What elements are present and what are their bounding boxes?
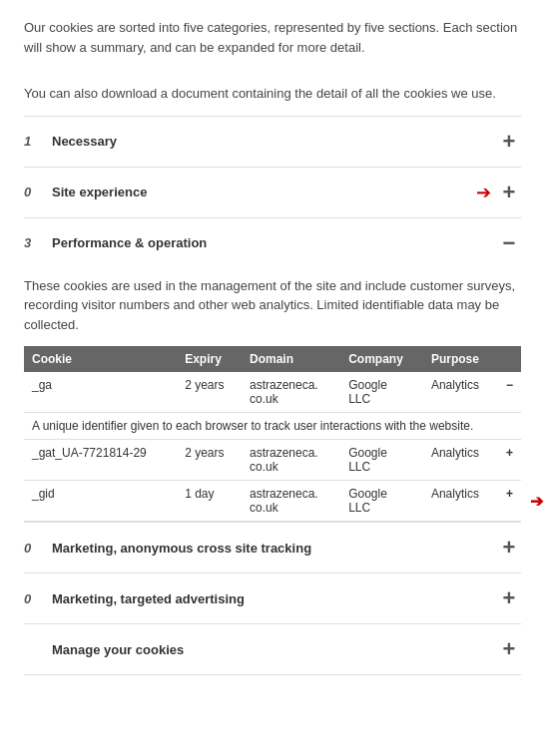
col-purpose: Purpose	[423, 346, 498, 372]
section-marketing-targeted[interactable]: 0 Marketing, targeted advertising +	[24, 572, 521, 623]
cookie-name-gat: _gat_UA-7721814-29	[24, 440, 177, 481]
section-necessary[interactable]: 1 Necessary +	[24, 116, 521, 167]
section-number-marketing-targeted: 0	[24, 591, 52, 606]
section-site-experience[interactable]: 0 Site experience ➔ +	[24, 167, 521, 217]
cookie-purpose-gat: Analytics	[423, 440, 498, 481]
section-number-site-experience: 0	[24, 185, 52, 199]
expand-btn-ga[interactable]: −	[498, 372, 521, 413]
section-number-necessary: 1	[24, 134, 52, 149]
col-expand-header	[498, 346, 521, 372]
cookie-expiry-gid: 1 day	[177, 481, 242, 522]
table-row: _gid 1 day astrazeneca.co.uk GoogleLLC A…	[24, 481, 521, 522]
cookie-name-gid: _gid	[24, 481, 177, 522]
expand-btn-gat[interactable]: +	[498, 440, 521, 481]
col-cookie: Cookie	[24, 346, 177, 372]
cookie-expiry-ga: 2 years	[177, 372, 242, 413]
col-company: Company	[340, 346, 423, 372]
section-label-performance: Performance & operation	[52, 235, 497, 250]
cookie-company-gid: GoogleLLC	[340, 481, 423, 522]
section-label-manage: Manage your cookies	[52, 642, 497, 657]
red-arrow-gid: ➔	[530, 492, 543, 511]
section-label-site-experience: Site experience	[52, 185, 476, 199]
section-label-marketing-cross: Marketing, anonymous cross site tracking	[52, 541, 497, 556]
col-expiry: Expiry	[177, 346, 242, 372]
cookie-expiry-gat: 2 years	[177, 440, 242, 481]
expand-icon-marketing-targeted: +	[497, 587, 521, 609]
section-number-marketing-cross: 0	[24, 541, 52, 556]
intro-para1: Our cookies are sorted into five categor…	[24, 18, 521, 57]
section-performance[interactable]: 3 Performance & operation −	[24, 217, 521, 268]
table-row: _ga 2 years astrazeneca.co.uk GoogleLLC …	[24, 372, 521, 413]
cookie-domain-gat: astrazeneca.co.uk	[242, 440, 340, 481]
expand-btn-gid[interactable]: + ➔	[498, 481, 521, 522]
cookie-company-ga: GoogleLLC	[340, 372, 423, 413]
detail-row-ga: A unique identifier given to each browse…	[24, 413, 521, 440]
section-label-marketing-targeted: Marketing, targeted advertising	[52, 591, 497, 606]
section-manage-cookies[interactable]: Manage your cookies +	[24, 623, 521, 675]
detail-text-ga: A unique identifier given to each browse…	[24, 413, 521, 440]
col-domain: Domain	[242, 346, 340, 372]
expand-icon-marketing-cross: +	[497, 537, 521, 559]
section-marketing-cross[interactable]: 0 Marketing, anonymous cross site tracki…	[24, 522, 521, 572]
performance-description: These cookies are used in the management…	[24, 276, 521, 335]
cookie-domain-gid: astrazeneca.co.uk	[242, 481, 340, 522]
expand-icon-performance: −	[497, 232, 521, 254]
cookie-table: Cookie Expiry Domain Company Purpose _ga…	[24, 346, 521, 522]
intro-para2: You can also download a document contain…	[24, 84, 521, 104]
cookie-purpose-ga: Analytics	[423, 372, 498, 413]
cookie-name-ga: _ga	[24, 372, 177, 413]
expand-icon-site-experience: +	[497, 182, 521, 203]
section-label-necessary: Necessary	[52, 134, 497, 149]
red-arrow-site-experience: ➔	[476, 182, 491, 203]
table-row: _gat_UA-7721814-29 2 years astrazeneca.c…	[24, 440, 521, 481]
expand-icon-manage: +	[497, 638, 521, 660]
cookie-company-gat: GoogleLLC	[340, 440, 423, 481]
cookie-domain-ga: astrazeneca.co.uk	[242, 372, 340, 413]
section-number-performance: 3	[24, 235, 52, 250]
cookie-purpose-gid: Analytics	[423, 481, 498, 522]
expand-icon-necessary: +	[497, 131, 521, 153]
